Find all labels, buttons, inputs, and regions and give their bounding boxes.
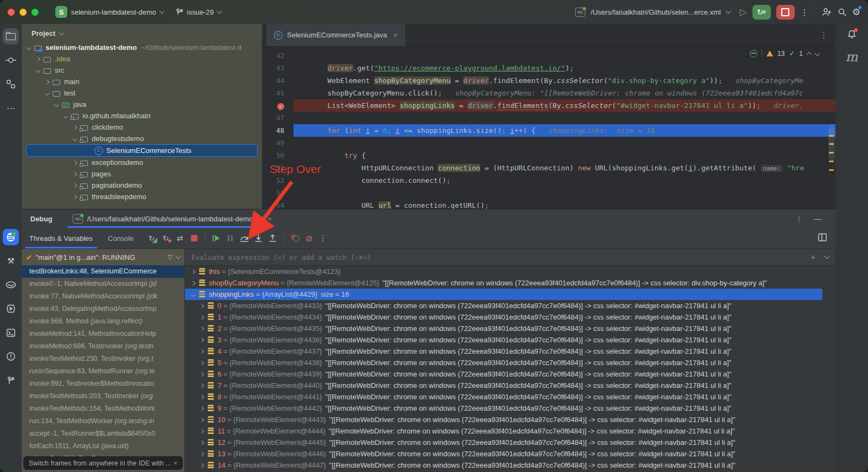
close-window-button[interactable] [8,9,15,16]
stop-icon[interactable] [188,232,201,244]
variable-row[interactable]: shoppingLinks = {ArrayList@4429}size = 1… [185,289,822,300]
stack-frame[interactable]: invoke:77, NativeMethodAccessorImpl (jdk [22,290,184,303]
code-line[interactable]: 43driver.get("https://ecommerce-playgrou… [262,62,835,74]
thread-header[interactable]: ✔ "main"@1 in g...ain": RUNNING ▽ [22,249,184,265]
minimize-window-button[interactable] [20,9,27,16]
project-widget[interactable]: S selenium-lambdatest-demo [55,6,164,18]
evaluate-expression-bar[interactable]: Evaluate expression (⏎) or add a watch (… [185,249,835,266]
settings-icon[interactable]: ⚙ [852,7,860,18]
problems-tool-button[interactable] [3,348,19,365]
tree-item[interactable]: selenium-lambdatest-demo~/Github/seleniu… [22,42,262,53]
tree-item[interactable]: clickdemo [22,122,262,133]
tree-item[interactable]: exceptionsdemo [22,157,262,168]
code-line[interactable]: 48for (int i = 0; i <= shoppingLinks.siz… [262,124,835,137]
editor-options-icon[interactable]: ⋮ [820,30,828,40]
variable-row[interactable]: 13 = {RemoteWebElement@4446}"[[RemoteWeb… [185,448,835,460]
variable-row[interactable]: 11 = {RemoteWebElement@4444}"[[RemoteWeb… [185,425,835,437]
stack-frame[interactable]: invokeTestMethods:203, TestInvoker (org [22,390,184,403]
stack-frame[interactable]: run:134, TestMethodWorker (org.testng.in [22,415,184,428]
debug-tool-button[interactable] [3,229,19,245]
code-line[interactable]: 47 [262,112,835,124]
terminal-tool-button[interactable] [3,324,19,341]
project-panel-header[interactable]: Project [22,24,262,42]
tree-item[interactable]: pages [22,168,262,180]
more-tools-button[interactable]: ⋯ [3,100,19,116]
code-line[interactable]: 52connection.connect(); [262,174,835,187]
tree-item[interactable]: io.github.mfaisalkhatri [22,110,262,122]
add-watch-icon[interactable]: + [811,253,815,261]
variable-row[interactable]: 3 = {RemoteWebElement@4436}"[[RemoteWebD… [185,334,835,346]
layout-settings-icon[interactable] [818,233,827,243]
commit-tool-button[interactable] [3,52,19,68]
stack-frame[interactable]: invokeMethod:686, TestInvoker (org.testn [22,340,184,353]
tree-item[interactable]: main [22,76,262,87]
pause-icon[interactable] [224,232,237,244]
more-icon[interactable]: ⋮ [795,215,802,223]
variable-row[interactable]: 4 = {RemoteWebElement@4437}"[[RemoteWebD… [185,346,835,357]
variable-row[interactable]: 12 = {RemoteWebElement@4445}"[[RemoteWeb… [185,437,835,448]
rerun-icon[interactable]: ↻ [145,232,158,244]
close-icon[interactable]: × [393,31,398,39]
run-configuration-path[interactable]: /Users/faisalkhatri/Github/selen...erce.… [591,8,721,16]
tab-threads-variables[interactable]: Threads & Variables [22,228,100,248]
run-button[interactable]: ▷ [740,8,747,17]
rerun-failed-icon[interactable]: ↻ [159,232,173,244]
tree-item[interactable]: CSeleniumECommerceTests [26,144,258,157]
stack-frame[interactable]: invokeTestMethods:154, TestMethodWork [22,403,184,415]
variable-row[interactable]: 10 = {RemoteWebElement@4443}"[[RemoteWeb… [185,414,835,425]
next-problem-icon[interactable] [815,51,820,56]
code-line[interactable]: 49 [262,137,835,149]
variable-row[interactable]: 6 = {RemoteWebElement@4439}"[[RemoteWebD… [185,368,835,380]
tree-item[interactable]: .idea [22,53,262,65]
profiler-tool-button[interactable] [3,277,19,293]
variable-row[interactable]: 8 = {RemoteWebElement@4441}"[[RemoteWebD… [185,391,835,403]
hide-panel-icon[interactable]: — [814,215,821,223]
variable-row[interactable]: this = {SeleniumECommerceTests@4123} [185,266,835,277]
inspections-widget[interactable]: 13 ✓ 1 [745,48,824,59]
tree-item[interactable]: test [22,87,262,99]
tree-item[interactable]: threadsleepdemo [22,191,262,202]
code-line[interactable]: 44WebElement shopByCategoryMenu = driver… [262,74,835,87]
code-line[interactable]: 50try { [262,149,835,162]
tab-console[interactable]: Console [100,228,142,248]
stack-frame[interactable]: testBrokenLinks:48, SeleniumECommerce [22,265,184,278]
stack-frame[interactable]: invokeMethod:141, MethodInvocationHelp [22,328,184,340]
variable-row[interactable]: 14 = {RemoteWebElement@4447}"[[RemoteWeb… [185,460,835,471]
tree-item[interactable]: paginationdemo [22,180,262,191]
variable-row[interactable]: 1 = {RemoteWebElement@4434}"[[RemoteWebD… [185,311,835,323]
structure-tool-button[interactable] [3,76,19,92]
rerun-debug-button[interactable]: ↻⚙ [752,5,771,20]
search-icon[interactable] [838,8,847,16]
code-line[interactable]: 51HttpURLConnection connection = (HttpUR… [262,162,835,174]
stack-frame[interactable]: runInSequence:63, MethodRunner (org.te [22,365,184,378]
version-control-tool-button[interactable] [3,372,19,388]
variable-row[interactable]: 9 = {RemoteWebElement@4442}"[[RemoteWebD… [185,403,835,414]
more-icon[interactable]: ⋮ [800,7,809,17]
build-tool-button[interactable]: ⚒ [3,253,19,269]
variable-row[interactable]: 7 = {RemoteWebElement@4440}"[[RemoteWebD… [185,380,835,391]
editor-tab[interactable]: C SeleniumECommerceTests.java × [266,24,405,46]
breakpoint-icon[interactable] [277,103,284,110]
tree-item[interactable]: src [22,65,262,76]
resume-icon[interactable] [210,232,223,244]
stack-frame[interactable]: invoke:568, Method (java.lang.reflect) [22,315,184,328]
project-tool-button[interactable] [3,28,19,44]
chevron-down-icon[interactable] [825,254,830,259]
close-icon[interactable]: × [174,460,177,467]
stack-frame[interactable]: invokeTestMethod:230, TestInvoker (org.t [22,353,184,365]
stack-frame[interactable]: invoke0:-1, NativeMethodAccessorImpl (jd [22,278,184,290]
code-line[interactable]: 53 [262,187,835,199]
filter-icon[interactable]: ▽ [168,253,173,261]
editor-scrollbar[interactable] [828,127,835,161]
variable-row[interactable]: 0 = {RemoteWebElement@4433}"[[RemoteWebD… [185,300,835,311]
stop-button[interactable] [776,5,795,20]
tree-item[interactable]: java [22,99,262,110]
chevron-down-icon[interactable] [176,254,181,259]
variable-row[interactable]: 5 = {RemoteWebElement@4438}"[[RemoteWebD… [185,357,835,368]
branch-widget[interactable]: issue-29 [176,8,221,16]
stack-frame[interactable]: invoke:43, DelegatingMethodAccessorImp [22,303,184,315]
stack-frame[interactable]: invoke:992, TestInvoker$MethodInvocatio [22,378,184,390]
code-line[interactable]: List<WebElement> shoppingLinks = driver.… [262,99,835,112]
add-user-icon[interactable] [821,8,832,16]
tree-item[interactable]: debugtestsdemo [22,133,262,144]
